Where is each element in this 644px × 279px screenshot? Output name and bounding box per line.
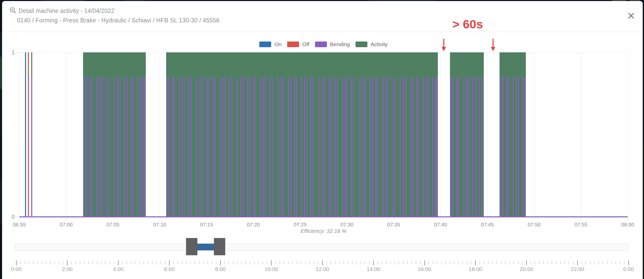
legend-swatch [259,42,271,47]
navigator-right-handle[interactable] [214,238,225,255]
bending-bar [137,77,138,217]
x-axis-label: 08:00 [616,222,639,228]
ruler-minor-tick [241,261,242,264]
x-axis-label: 07:25 [288,222,312,228]
bending-bar [206,77,207,217]
x-axis-label: 07:45 [476,222,499,228]
ruler-minor-tick [122,261,123,264]
bending-bar [247,77,248,217]
bending-bar [450,77,451,217]
x-axis-tick [440,217,441,220]
x-axis-tick [394,217,394,220]
close-button[interactable] [627,11,635,20]
bending-bar [86,77,87,217]
bending-bar [426,77,427,217]
bending-bar [182,77,183,217]
x-axis-label: 07:00 [54,222,78,228]
ruler-label: 14:00 [362,266,385,272]
ruler-minor-tick [173,261,174,264]
y-axis-tick [16,217,19,217]
modal-title: Detail machine activity - 14/04/2022 [19,7,115,14]
bending-bar [412,77,413,217]
ruler-minor-tick [250,261,250,264]
ruler-major-tick [577,260,578,265]
bending-bar [124,77,125,217]
ruler-minor-tick [139,261,140,264]
bending-bar [456,77,457,217]
x-axis-label: 07:55 [569,222,593,228]
sidebar-segment [0,134,2,180]
bending-bar [468,77,469,217]
ruler-minor-tick [335,261,335,264]
ruler-label: 0:00 [5,266,28,272]
bending-bar [506,77,507,217]
x-axis-tick [113,217,113,220]
ruler-minor-tick [348,261,348,264]
ruler-minor-tick [71,261,72,264]
bending-bar [202,77,203,217]
bending-bar [132,77,133,217]
sidebar-segment [0,57,2,89]
ruler-minor-tick [441,261,442,264]
ruler-minor-tick [369,261,369,264]
bending-bar [377,77,378,217]
x-axis-tick [628,217,628,220]
bending-bar [387,77,388,217]
x-axis-label: 07:05 [101,222,125,228]
ruler-minor-tick [573,261,574,264]
ruler-minor-tick [195,261,195,264]
x-axis-tick [160,217,160,220]
bending-bar [524,77,525,217]
off-event-bar [28,52,29,217]
bending-bar [263,77,264,217]
y-axis-label: 0 [6,214,15,220]
legend-swatch [315,42,327,47]
ruler-minor-tick [462,261,463,264]
ruler-minor-tick [297,261,297,264]
bending-bar [372,77,373,217]
ruler-minor-tick [552,261,552,264]
ruler-minor-tick [518,261,518,264]
bending-bar [472,77,473,217]
x-axis-label: 07:20 [242,222,265,228]
ruler-major-tick [271,260,272,265]
x-axis-label: 07:50 [522,222,546,228]
navigator-selection-bar[interactable] [197,244,214,250]
bending-bar [119,77,120,217]
navigator-left-handle[interactable] [186,238,197,255]
navigator-track[interactable] [15,243,629,251]
bending-bar [179,77,180,217]
ruler-minor-tick [76,261,76,264]
ruler-minor-tick [386,261,387,264]
activity-chart-plot[interactable]: 01 [19,52,628,217]
x-axis-tick [19,217,20,220]
ruler-minor-tick [513,261,514,264]
legend-label: Activity [371,41,388,47]
ruler-minor-tick [46,261,46,264]
arrow-head [441,47,446,51]
arrow-head [491,47,495,51]
ruler-minor-tick [492,261,493,264]
bending-bar [405,77,406,217]
bending-bar [265,77,266,217]
ruler-minor-tick [339,261,340,264]
bending-bar [375,77,376,217]
ruler-minor-tick [467,261,467,264]
bending-bar [166,77,167,217]
bending-bar [269,77,270,217]
ruler-minor-tick [126,261,127,264]
bending-bar [508,77,509,217]
bending-bar [240,77,241,217]
ruler-minor-tick [190,261,191,264]
bending-bar [322,77,323,217]
ruler-minor-tick [471,261,471,264]
bending-bar [500,77,501,217]
bending-bar [313,77,314,217]
vertical-gridline [534,52,534,217]
bending-bar [337,77,338,217]
bending-bar [369,77,371,217]
bending-bar [310,77,311,217]
x-axis-tick [487,217,488,220]
bending-bar [306,77,307,217]
bending-bar [365,77,366,217]
